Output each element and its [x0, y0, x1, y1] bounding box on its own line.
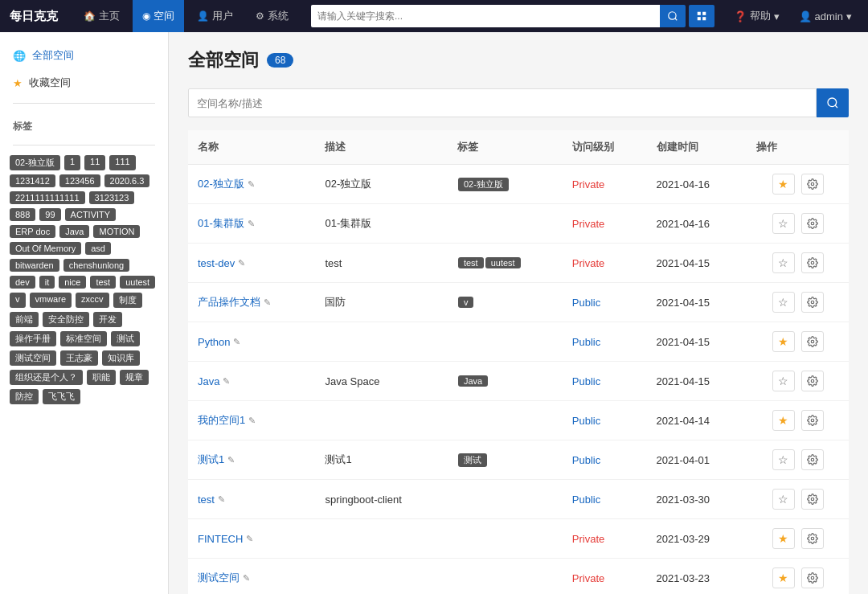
sidebar-tag[interactable]: 888: [10, 208, 35, 221]
space-name-link[interactable]: test ✎: [198, 494, 305, 506]
star-button[interactable]: ☆: [772, 371, 795, 391]
sidebar-tag[interactable]: 标准空间: [60, 331, 107, 346]
sidebar-tag[interactable]: v: [10, 293, 26, 308]
sidebar-tag[interactable]: 1231412: [10, 174, 55, 187]
nav-space[interactable]: ◉ 空间: [133, 0, 184, 32]
grid-button[interactable]: [689, 5, 714, 27]
sidebar-tag[interactable]: 防控: [10, 389, 39, 404]
sidebar-tag[interactable]: zxccv: [76, 293, 109, 308]
sidebar-tag[interactable]: 开发: [93, 312, 122, 327]
help-button[interactable]: ❓ 帮助 ▾: [727, 0, 786, 32]
space-name-link[interactable]: Python ✎: [198, 336, 305, 348]
space-name-link[interactable]: 02-独立版 ✎: [198, 177, 305, 191]
sidebar-tag[interactable]: 知识库: [102, 350, 140, 366]
space-tag-badge[interactable]: v: [458, 297, 474, 308]
space-name-link[interactable]: 产品操作文档 ✎: [198, 295, 305, 309]
settings-button[interactable]: [801, 449, 824, 470]
sidebar-starred-spaces[interactable]: ★ 收藏空间: [0, 69, 168, 96]
space-tag-badge[interactable]: Java: [458, 375, 488, 387]
star-button[interactable]: ☆: [772, 252, 795, 273]
sidebar-tag[interactable]: uutest: [120, 276, 155, 289]
nav-system[interactable]: ⚙ 系统: [246, 0, 298, 32]
sidebar-tag[interactable]: 测试: [111, 331, 140, 346]
space-tag-badge[interactable]: uutest: [485, 257, 521, 268]
settings-button[interactable]: [801, 292, 824, 313]
settings-button[interactable]: [801, 371, 824, 391]
sidebar-tag[interactable]: 02-独立版: [10, 155, 60, 170]
sidebar-tag[interactable]: 组织还是个人？: [10, 370, 83, 385]
external-link-icon: ✎: [264, 297, 271, 308]
sidebar-tag[interactable]: 11: [84, 155, 105, 170]
star-button[interactable]: ☆: [772, 213, 795, 234]
space-name-link[interactable]: 测试1 ✎: [198, 453, 305, 467]
space-name-link[interactable]: FINTECH ✎: [198, 533, 305, 545]
space-actions-cell: ★: [747, 401, 849, 440]
settings-button[interactable]: [801, 213, 824, 234]
sidebar-tag[interactable]: 安全防控: [43, 312, 89, 327]
sidebar-tag[interactable]: 测试空间: [10, 350, 56, 366]
sidebar-tag[interactable]: 操作手册: [10, 331, 56, 346]
sidebar-tag[interactable]: 111: [109, 155, 135, 170]
settings-button[interactable]: [801, 489, 824, 510]
space-name-link[interactable]: test-dev ✎: [198, 257, 305, 269]
settings-button[interactable]: [801, 331, 824, 352]
space-search-button[interactable]: [817, 88, 849, 117]
sidebar-tag[interactable]: it: [39, 276, 55, 289]
sidebar-tag[interactable]: chenshunlong: [63, 259, 130, 272]
search-button[interactable]: [660, 5, 686, 27]
sidebar-tag[interactable]: vmware: [30, 293, 72, 308]
settings-button[interactable]: [801, 252, 824, 273]
sidebar-tag[interactable]: 职能: [87, 370, 116, 385]
star-button[interactable]: ★: [772, 410, 795, 431]
sidebar-tag[interactable]: 2020.6.3: [104, 174, 150, 187]
sidebar-tag[interactable]: Out Of Memory: [10, 242, 81, 255]
space-tag-badge[interactable]: test: [458, 257, 484, 268]
admin-button[interactable]: 👤 admin ▾: [792, 0, 858, 32]
sidebar-tag[interactable]: 123456: [59, 174, 100, 187]
space-name-link[interactable]: 测试空间 ✎: [198, 571, 305, 585]
star-button[interactable]: ★: [772, 567, 795, 588]
space-tag-badge[interactable]: 测试: [458, 453, 487, 467]
star-button[interactable]: ☆: [772, 489, 795, 510]
sidebar-all-spaces[interactable]: 🌐 全部空间: [0, 42, 168, 69]
sidebar-tag[interactable]: Java: [59, 225, 89, 238]
nav-user[interactable]: 👤 用户: [187, 0, 243, 32]
star-button[interactable]: ★: [772, 174, 795, 195]
sidebar-tag[interactable]: nice: [59, 276, 86, 289]
settings-button[interactable]: [801, 174, 824, 195]
space-name-link[interactable]: 我的空间1 ✎: [198, 413, 305, 428]
sidebar-tag[interactable]: ACTIVITY: [65, 208, 117, 221]
sidebar-tag[interactable]: 制度: [113, 293, 142, 308]
star-button[interactable]: ☆: [772, 292, 795, 313]
sidebar-tag[interactable]: test: [90, 276, 116, 289]
space-tag-badge[interactable]: 02-独立版: [458, 178, 509, 191]
sidebar-tag[interactable]: 王志豪: [60, 350, 98, 366]
sidebar-tag[interactable]: 2211111111111: [10, 191, 85, 204]
main-search-bar: [188, 88, 849, 117]
star-button[interactable]: ★: [772, 331, 795, 352]
tags-section-title: 标签: [0, 110, 168, 138]
sidebar-tag[interactable]: ERP doc: [10, 225, 55, 238]
sidebar-tag[interactable]: 3123123: [89, 191, 135, 204]
sidebar-tag[interactable]: dev: [10, 276, 35, 289]
sidebar-tag[interactable]: 99: [39, 208, 60, 221]
space-name-cell: test-dev ✎: [188, 244, 315, 283]
sidebar-tag[interactable]: 规章: [120, 370, 149, 385]
search-input[interactable]: [311, 5, 660, 27]
settings-button[interactable]: [801, 528, 824, 549]
sidebar-tag[interactable]: 飞飞飞: [43, 389, 80, 404]
space-name-link[interactable]: 01-集群版 ✎: [198, 216, 305, 231]
space-search-input[interactable]: [188, 88, 817, 117]
settings-button[interactable]: [801, 567, 824, 588]
settings-button[interactable]: [801, 410, 824, 431]
sidebar-tag[interactable]: 1: [64, 155, 80, 170]
sidebar-tag[interactable]: 前端: [10, 312, 39, 327]
space-tags-cell: testuutest: [448, 244, 563, 283]
space-name-link[interactable]: Java ✎: [198, 375, 305, 387]
sidebar-tag[interactable]: MOTION: [93, 225, 140, 238]
star-button[interactable]: ★: [772, 528, 795, 549]
sidebar-tag[interactable]: bitwarden: [10, 259, 59, 272]
star-button[interactable]: ☆: [772, 449, 795, 470]
nav-home[interactable]: 🏠 主页: [74, 0, 129, 32]
sidebar-tag[interactable]: asd: [85, 242, 111, 255]
